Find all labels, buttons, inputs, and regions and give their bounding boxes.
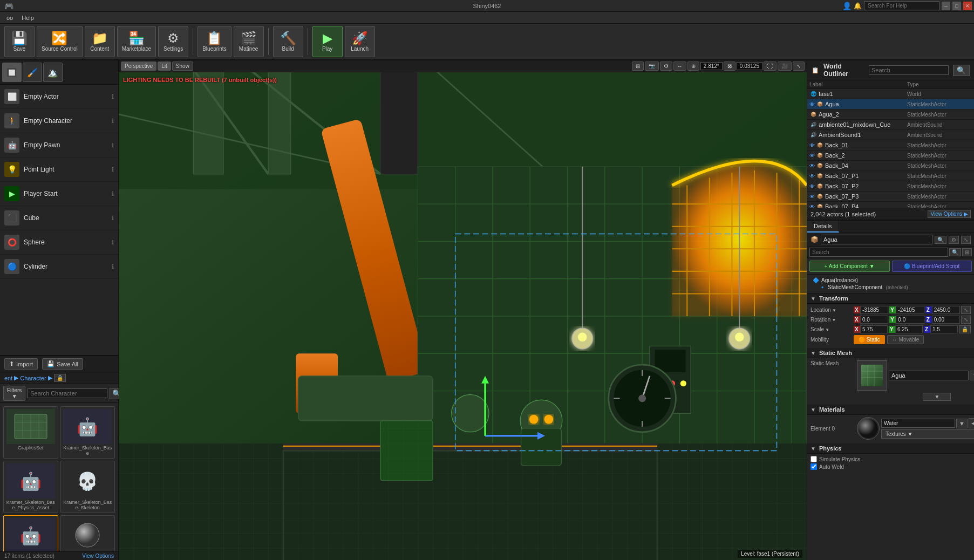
outliner-row-back01[interactable]: 👁 📦 Back_01 StaticMeshActor: [807, 140, 974, 151]
mode-landscape[interactable]: 🏔️: [43, 63, 63, 82]
actor-item-empty-pawn[interactable]: 🤖 Empty Pawn ℹ: [0, 133, 118, 158]
location-expand-btn[interactable]: ⤡: [961, 306, 971, 314]
matinee-button[interactable]: 🎬 Matinee: [234, 26, 264, 57]
actor-item-point-light[interactable]: 💡 Point Light ℹ: [0, 158, 118, 182]
launch-button[interactable]: 🚀 Launch: [345, 26, 375, 57]
mesh-name-input[interactable]: [889, 371, 969, 380]
outliner-search-btn[interactable]: 🔍: [953, 65, 970, 76]
details-search-btn[interactable]: 🔍: [949, 248, 961, 256]
menu-oo[interactable]: oo: [2, 13, 17, 22]
viewport-full-btn[interactable]: ⛶: [764, 62, 777, 71]
import-button[interactable]: ⬆ Import: [4, 358, 38, 370]
simulate-physics-checkbox[interactable]: [810, 456, 817, 462]
view-options-btn[interactable]: View Options: [82, 553, 114, 559]
scale-y[interactable]: [895, 325, 923, 333]
asset-item-4[interactable]: 🤖 asset5: [3, 515, 58, 551]
mesh-more-btn[interactable]: ▼: [923, 393, 951, 401]
viewport-grid-btn[interactable]: ⊞: [632, 62, 644, 71]
auto-weld-checkbox[interactable]: [810, 463, 817, 470]
details-grid-btn[interactable]: ⊞: [962, 248, 972, 256]
asset-item-3[interactable]: 💀 Kramer_Skeleton_Base_Skeleton: [60, 461, 115, 513]
asset-item-0[interactable]: GraphcsSet: [3, 406, 58, 459]
outliner-row-back07p2[interactable]: 👁 📦 Back_07_P2 StaticMeshActor: [807, 181, 974, 192]
rotation-expand-btn[interactable]: ⤡: [961, 316, 971, 324]
outliner-row-back07p4[interactable]: 👁 📦 Back_07_P4 StaticMeshActor: [807, 202, 974, 208]
content-button[interactable]: 📁 Content: [85, 26, 115, 57]
details-search[interactable]: [809, 248, 948, 257]
filter-button[interactable]: Filters ▼: [3, 386, 25, 401]
rotation-x[interactable]: [860, 316, 888, 324]
physics-section-header[interactable]: ▼ Physics: [807, 443, 974, 454]
actor-item-sphere[interactable]: ⭕ Sphere ℹ: [0, 230, 118, 255]
rotation-label[interactable]: Rotation: [810, 317, 854, 323]
transform-section-header[interactable]: ▼ Transform: [807, 293, 974, 304]
material-dropdown-btn[interactable]: ▼: [956, 419, 968, 428]
outliner-view-options[interactable]: View Options ▶: [928, 210, 971, 218]
viewport-snap-btn[interactable]: ⊕: [687, 62, 699, 71]
asset-item-1[interactable]: 🤖 Kramer_Skeleton_Base: [60, 406, 115, 459]
location-y[interactable]: [896, 306, 924, 314]
scale-x[interactable]: [860, 325, 888, 333]
outliner-search[interactable]: [869, 65, 949, 75]
asset-item-5[interactable]: sphere: [60, 515, 115, 551]
material-back-btn[interactable]: ◀: [969, 418, 974, 428]
static-mesh-section-header[interactable]: ▼ Static Mesh: [807, 348, 974, 358]
outliner-row-ambientsound1[interactable]: 🔊 AmbientSound1 AmbientSound: [807, 130, 974, 140]
viewport-canvas[interactable]: LIGHTING NEEDS TO BE REBUILT (7 unbuilt …: [119, 72, 807, 560]
mode-paint[interactable]: 🖌️: [23, 63, 42, 82]
actor-item-cylinder[interactable]: 🔵 Cylinder ℹ: [0, 255, 118, 279]
static-btn[interactable]: 🟠 Static: [854, 335, 885, 344]
save-all-button[interactable]: 💾 Save All: [42, 358, 83, 370]
breadcrumb-lock[interactable]: 🔒: [54, 374, 66, 382]
outliner-row-back07p3[interactable]: 👁 📦 Back_07_P3 StaticMeshActor: [807, 192, 974, 202]
rotation-z[interactable]: [932, 316, 960, 324]
breadcrumb-ent[interactable]: ent: [4, 375, 12, 381]
save-button[interactable]: 💾 Save: [4, 26, 35, 57]
add-component-button[interactable]: + Add Component ▼: [809, 261, 890, 272]
mode-place[interactable]: 🔲: [2, 63, 22, 82]
blueprints-button[interactable]: 📋 Blueprints: [197, 26, 231, 57]
textures-dropdown[interactable]: Textures ▼: [881, 429, 974, 439]
details-search-icon-btn[interactable]: 🔍: [935, 236, 946, 244]
details-expand-btn[interactable]: ⤡: [961, 236, 971, 244]
simulate-physics-row[interactable]: Simulate Physics: [810, 456, 971, 462]
viewport-expand-btn[interactable]: ⤡: [793, 62, 805, 71]
location-label[interactable]: Location: [810, 307, 854, 313]
component-static-mesh[interactable]: 🔹 StaticMeshComponent (Inherited): [810, 284, 971, 291]
materials-section-header[interactable]: ▼ Materials: [807, 405, 974, 415]
details-actor-name[interactable]: [821, 235, 932, 244]
details-more-btn[interactable]: ⚙: [949, 236, 959, 244]
details-tab[interactable]: Details: [807, 221, 839, 233]
material-name-input[interactable]: [881, 419, 955, 428]
asset-item-2[interactable]: 🤖 Kramer_Skeleton_Base_Physics_Asset: [3, 461, 58, 513]
viewport-settings-btn[interactable]: ⚙: [660, 62, 672, 71]
actor-item-player-start[interactable]: ▶ Player Start ℹ: [0, 182, 118, 206]
scale-lock-btn[interactable]: 🔒: [959, 325, 971, 333]
auto-weld-row[interactable]: Auto Weld: [810, 463, 971, 470]
settings-button[interactable]: ⚙ Settings: [158, 26, 188, 57]
viewport-mode1-btn[interactable]: ↔: [673, 62, 686, 71]
play-button[interactable]: ▶ Play: [312, 26, 343, 57]
viewport-camera-btn[interactable]: 📷: [645, 62, 659, 71]
source-control-button[interactable]: 🔀 Source Control: [37, 26, 83, 57]
viewport-show-btn[interactable]: Show: [172, 62, 193, 71]
minimize-btn[interactable]: ─: [942, 2, 950, 10]
breadcrumb-character[interactable]: Character: [20, 375, 46, 381]
outliner-row-back04[interactable]: 👁 📦 Back_04 StaticMeshActor: [807, 161, 974, 171]
marketplace-button[interactable]: 🏪 Marketplace: [117, 26, 156, 57]
viewport-cam2-btn[interactable]: 🎥: [778, 62, 792, 71]
outliner-row-agua2[interactable]: 📦 Agua_2 StaticMeshActor: [807, 110, 974, 120]
outliner-row-agua[interactable]: 👁 📦 Agua StaticMeshActor: [807, 99, 974, 110]
outliner-row-ambiente[interactable]: 🔊 ambiente01_mixdown_Cue AmbientSound: [807, 120, 974, 130]
outliner-row-fase1[interactable]: 🌐 fase1 World: [807, 89, 974, 99]
scale-z[interactable]: [930, 325, 958, 333]
actor-item-empty-actor[interactable]: ⬜ Empty Actor ℹ: [0, 85, 118, 109]
viewport-lit-btn[interactable]: Lit: [158, 62, 171, 71]
scale-label[interactable]: Scale: [810, 326, 854, 332]
actor-item-empty-character[interactable]: 🚶 Empty Character ℹ: [0, 109, 118, 133]
viewport-scale-btn[interactable]: ⊠: [724, 62, 735, 71]
actor-item-cube[interactable]: ⬛ Cube ℹ: [0, 206, 118, 230]
close-btn[interactable]: ✕: [963, 2, 972, 10]
asset-search[interactable]: [28, 388, 107, 398]
rotation-y[interactable]: [896, 316, 924, 324]
